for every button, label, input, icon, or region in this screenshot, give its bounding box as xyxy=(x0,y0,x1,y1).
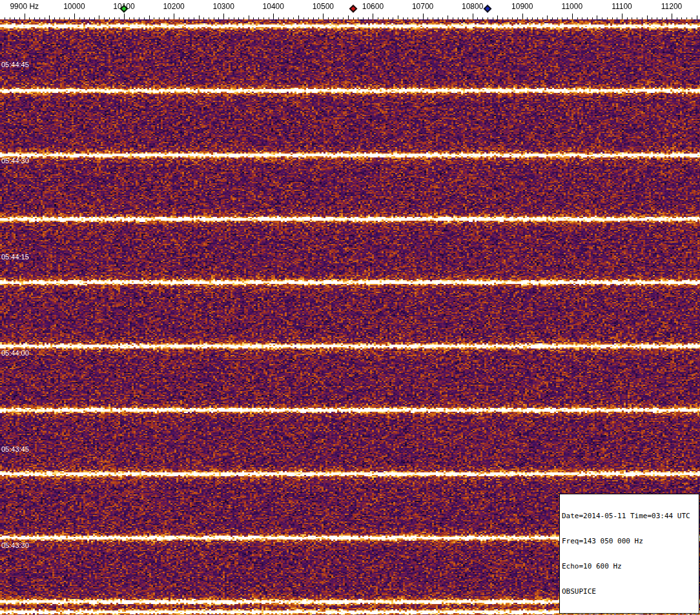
info-station-name: OBSUPICE xyxy=(562,587,697,596)
freq-tick-label: 10600 xyxy=(362,2,384,11)
freq-tick-label: 10900 xyxy=(511,2,533,11)
freq-tick-label: 10200 xyxy=(163,2,184,11)
frequency-ruler[interactable]: 9900 Hz100001010010200103001040010500106… xyxy=(0,0,700,19)
info-receiver-frequency: Freq=143 050 000 Hz xyxy=(562,537,697,545)
time-tick-label: 05:43:45 xyxy=(1,445,29,453)
freq-tick-label: 10400 xyxy=(263,2,284,11)
freq-tick-label: 10500 xyxy=(313,2,334,11)
freq-tick-label: 11100 xyxy=(612,2,632,11)
waterfall-display: 9900 Hz100001010010200103001040010500106… xyxy=(0,0,700,615)
time-tick-label: 05:44:00 xyxy=(1,349,29,357)
waterfall-plot[interactable]: 05:44:4505:44:3005:44:1505:44:0005:43:45… xyxy=(0,19,700,615)
freq-tick-label: 11000 xyxy=(562,2,582,11)
info-echo-frequency: Echo=10 600 Hz xyxy=(562,562,697,570)
freq-tick-label: 10700 xyxy=(412,2,433,11)
freq-tick-label: 9900 Hz xyxy=(10,2,39,11)
freq-tick-label: 10300 xyxy=(212,2,234,11)
info-date-time: Date=2014-05-11 Time=03:44 UTC xyxy=(562,512,697,520)
time-tick-label: 05:44:15 xyxy=(1,253,29,261)
freq-tick-label: 10000 xyxy=(63,2,85,11)
time-tick-label: 05:43:30 xyxy=(1,541,29,549)
time-tick-label: 05:44:45 xyxy=(1,61,29,68)
freq-tick-label: 10800 xyxy=(462,2,483,11)
observation-info-box: Date=2014-05-11 Time=03:44 UTC Freq=143 … xyxy=(559,494,699,614)
freq-tick-label: 11200 xyxy=(661,2,682,11)
time-tick-label: 05:44:30 xyxy=(1,157,29,165)
